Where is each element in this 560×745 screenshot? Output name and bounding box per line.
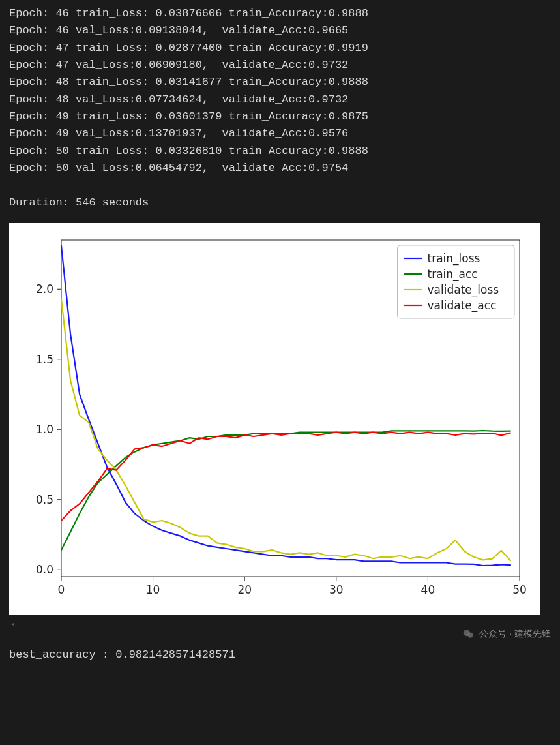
log-line: Epoch: 49 train_Loss: 0.03601379 train_A…	[9, 108, 551, 125]
log-line: Epoch: 46 train_Loss: 0.03876606 train_A…	[9, 5, 551, 22]
training-log-output: Epoch: 46 train_Loss: 0.03876606 train_A…	[9, 5, 551, 177]
y-tick-label: 1.0	[36, 423, 53, 436]
y-tick-label: 0.5	[36, 493, 53, 506]
best-accuracy-output: best_accuracy : 0.9821428571428571	[9, 646, 551, 663]
x-tick-label: 0	[58, 583, 65, 596]
x-tick-label: 20	[237, 583, 252, 596]
duration-output: Duration: 546 seconds	[9, 194, 551, 211]
log-line: Epoch: 49 val_Loss:0.13701937, validate_…	[9, 125, 551, 142]
log-line: Epoch: 50 train_Loss: 0.03326810 train_A…	[9, 143, 551, 160]
x-tick-label: 10	[146, 583, 160, 596]
x-tick-label: 40	[421, 583, 435, 596]
log-line: Epoch: 48 val_Loss:0.07734624, validate_…	[9, 91, 551, 108]
log-line: Epoch: 47 train_Loss: 0.02877400 train_A…	[9, 40, 551, 57]
y-tick-label: 1.5	[36, 353, 53, 366]
y-tick-label: 2.0	[36, 282, 53, 296]
log-line: Epoch: 46 val_Loss:0.09138044, validate_…	[9, 22, 551, 39]
watermark-text: 公众号 · 建模先锋	[479, 627, 551, 641]
legend-label: train_loss	[428, 252, 480, 266]
legend-label: validate_acc	[428, 299, 497, 312]
legend-label: train_acc	[428, 267, 478, 281]
series-validate_loss	[61, 299, 510, 560]
watermark: 公众号 · 建模先锋	[462, 627, 551, 641]
x-tick-label: 50	[512, 583, 527, 596]
log-line: Epoch: 48 train_Loss: 0.03141677 train_A…	[9, 74, 551, 91]
log-line: Epoch: 47 val_Loss:0.06909180, validate_…	[9, 57, 551, 74]
wechat-icon	[462, 628, 475, 641]
line-chart-svg: 010203040500.00.51.01.52.0train_losstrai…	[14, 228, 535, 609]
blank-line	[9, 177, 551, 194]
log-line: Epoch: 50 val_Loss:0.06454792, validate_…	[9, 160, 551, 177]
y-tick-label: 0.0	[36, 563, 53, 576]
x-tick-label: 30	[329, 583, 344, 596]
legend-label: validate_loss	[428, 283, 499, 297]
training-curves-chart: 010203040500.00.51.01.52.0train_losstrai…	[9, 223, 540, 615]
svg-point-2	[468, 632, 473, 637]
